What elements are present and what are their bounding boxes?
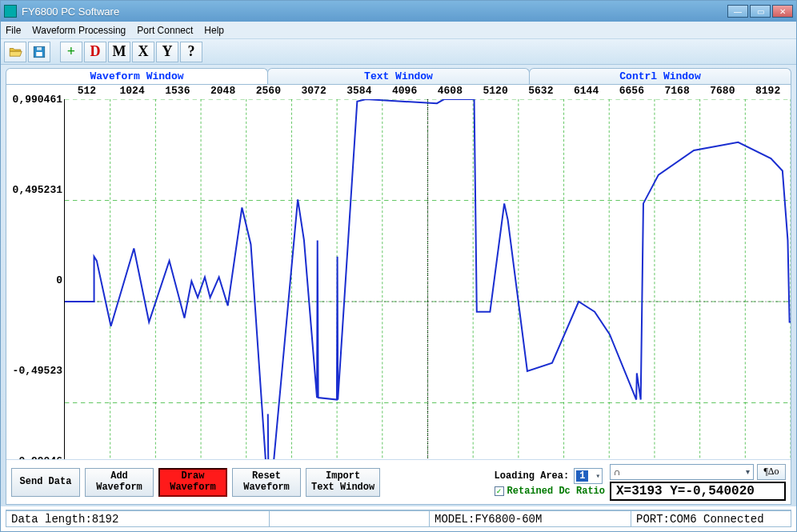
check-icon: ✓ [495,486,504,496]
tab-row: Waveform Window Text Window Contrl Windo… [6,68,791,84]
m-button[interactable]: M [108,42,130,62]
loading-area-value: 1 [576,470,588,482]
tab-text[interactable]: Text Window [267,68,530,84]
tab-waveform[interactable]: Waveform Window [6,68,268,84]
title-bar: FY6800 PC Software — ▭ ✕ [1,1,796,22]
svg-rect-2 [37,47,42,50]
import-text-window-button[interactable]: Import Text Window [306,468,380,497]
menu-file[interactable]: File [6,25,21,36]
open-button[interactable] [4,42,26,62]
svg-rect-1 [36,52,42,56]
status-model: MODEL:FY6800-60M [430,510,631,527]
menu-port-connect[interactable]: Port Connect [137,25,193,36]
help-button[interactable]: ? [180,42,202,62]
chevron-down-icon: ▾ [746,467,750,476]
status-port: PORT:COM6 Connected [631,510,791,527]
panel-bottom-controls: Send Data Add Waveform Draw Waveform Res… [6,459,791,504]
waveform-panel: 5121024153620482560307235844096460851205… [6,84,791,505]
snapshot-button[interactable] [28,42,50,62]
loading-area-label: Loading Area: [495,470,570,482]
retained-dc-ratio-label: Retained Dc Ratio [507,486,605,497]
x-button[interactable]: X [132,42,154,62]
folder-open-icon [8,45,22,59]
add-waveform-button[interactable]: Add Waveform [85,468,154,497]
status-data-length: Data length:8192 [6,510,270,527]
loading-area-dropdown[interactable]: 1 ▾ [574,468,603,484]
menu-help[interactable]: Help [204,25,224,36]
retained-dc-ratio-checkbox[interactable]: ✓ Retained Dc Ratio [495,486,605,497]
menu-bar: File Waveform Processing Port Connect He… [1,22,796,39]
chevron-down-icon: ▾ [595,471,600,481]
status-blank [270,510,430,527]
plot-area[interactable] [64,99,791,504]
menu-waveform-processing[interactable]: Waveform Processing [32,25,126,36]
waveform-shape-combo[interactable]: ∩ ▾ [610,464,754,480]
tab-control[interactable]: Contrl Window [529,68,791,84]
d-button[interactable]: D [84,42,106,62]
toolbar: + D M X Y ? [1,39,796,65]
waveform-chart [65,99,791,504]
waveform-shape-value: ∩ [614,466,621,478]
reset-waveform-button[interactable]: Reset Waveform [232,468,301,497]
main-area: Waveform Window Text Window Contrl Windo… [1,65,796,506]
maximize-button[interactable]: ▭ [750,5,771,18]
draw-waveform-button[interactable]: Draw Waveform [158,468,227,497]
cursor-readout: X=3193 Y=-0,540020 [610,482,786,501]
app-icon [4,5,17,18]
x-axis-ticks: 5121024153620482560307235844096460851205… [64,85,791,99]
y-button[interactable]: Y [156,42,178,62]
disk-icon [32,45,46,59]
status-bar: Data length:8192 MODEL:FY6800-60M PORT:C… [6,510,791,527]
send-data-button[interactable]: Send Data [11,468,80,497]
window-title: FY6800 PC Software [22,6,727,18]
y-axis: 0,9904610,4952310-0,49523-0,99046 [6,99,64,504]
waveform-shape-apply-button[interactable]: ¶∆o [757,464,786,480]
minimize-button[interactable]: — [727,5,748,18]
close-button[interactable]: ✕ [772,5,793,18]
add-button[interactable]: + [60,42,82,62]
